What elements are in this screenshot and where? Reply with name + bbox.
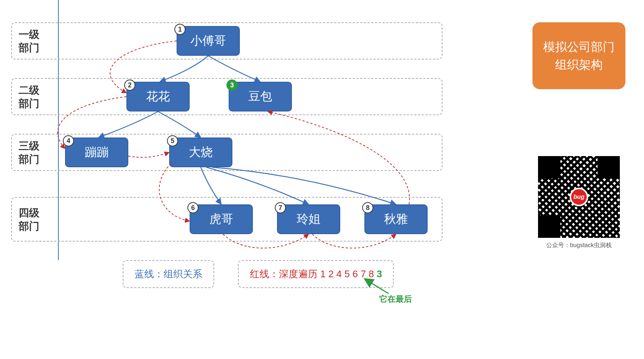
title-box: 模拟公司部门组织架构 bbox=[532, 22, 625, 89]
annotation-last: 它在最后 bbox=[379, 294, 412, 305]
qr-caption: 公众号：bugstack虫洞栈 bbox=[532, 242, 625, 249]
node-8-name: 秋雅 bbox=[384, 211, 408, 227]
node-1-name: 小傅哥 bbox=[190, 33, 226, 49]
level-4-label: 四级部门 bbox=[19, 206, 39, 233]
qr-code-icon: bug bbox=[538, 156, 620, 238]
node-6-badge: 6 bbox=[187, 202, 199, 213]
node-8-badge: 8 bbox=[362, 202, 373, 213]
node-5-badge: 5 bbox=[167, 135, 178, 146]
node-3: 3 豆包 bbox=[229, 82, 292, 111]
node-6-name: 虎哥 bbox=[209, 211, 233, 227]
qr-center-logo: bug bbox=[570, 188, 588, 206]
qr-section: bug 公众号：bugstack虫洞栈 bbox=[532, 156, 625, 249]
node-4-badge: 4 bbox=[63, 135, 74, 146]
node-2-badge: 2 bbox=[124, 80, 135, 91]
legend-red: 红线：深度遍历 1 2 4 5 6 7 8 3 bbox=[238, 260, 394, 288]
legend-red-highlight: 3 bbox=[377, 268, 382, 279]
node-5: 5 大烧 bbox=[169, 138, 232, 167]
node-7: 7 玲姐 bbox=[277, 204, 340, 234]
node-3-name: 豆包 bbox=[248, 88, 272, 105]
node-3-badge: 3 bbox=[226, 80, 238, 91]
level-2-label: 二级部门 bbox=[19, 84, 39, 111]
node-7-badge: 7 bbox=[275, 202, 286, 213]
node-4-name: 蹦蹦 bbox=[85, 144, 109, 161]
node-2: 2 花花 bbox=[126, 82, 190, 111]
node-8: 8 秋雅 bbox=[364, 204, 428, 234]
level-1-label: 一级部门 bbox=[19, 28, 39, 55]
level-3-label: 三级部门 bbox=[19, 139, 39, 166]
legend-blue: 蓝线：组织关系 bbox=[123, 260, 214, 288]
node-1: 1 小傅哥 bbox=[177, 26, 240, 56]
node-4: 4 蹦蹦 bbox=[65, 138, 128, 167]
node-1-badge: 1 bbox=[174, 24, 186, 35]
node-2-name: 花花 bbox=[146, 88, 170, 105]
node-7-name: 玲姐 bbox=[297, 211, 321, 227]
legend-red-text: 红线：深度遍历 1 2 4 5 6 7 8 bbox=[250, 268, 377, 279]
node-5-name: 大烧 bbox=[189, 144, 213, 161]
node-6: 6 虎哥 bbox=[190, 204, 253, 234]
